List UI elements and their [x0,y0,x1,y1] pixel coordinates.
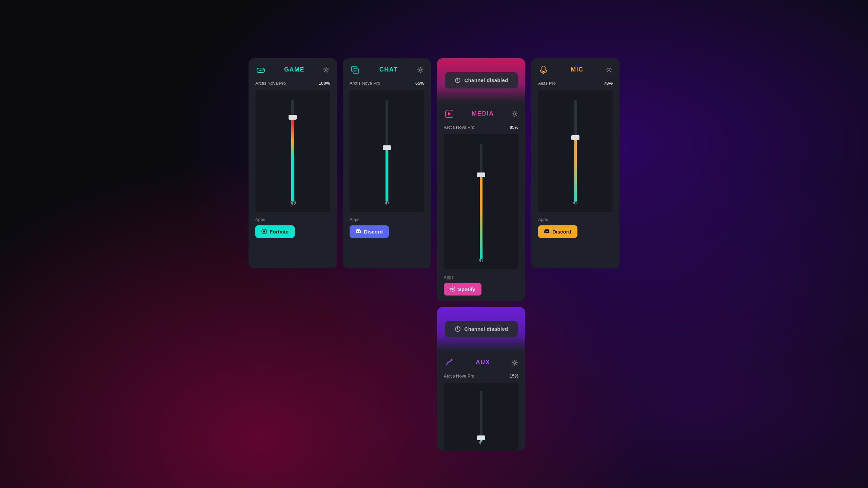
chat-device-name: Arctis Nova Pro [350,81,380,86]
chat-fader-fill [386,146,388,202]
mic-volume-icon [572,200,578,207]
media-apps-label: Apps [444,275,518,280]
aux-panel-title: AUX [476,359,490,366]
chat-discord-button-label: Discord [364,229,383,235]
game-panel-title: GAME [284,66,304,73]
chat-apps-section: Apps Discord [343,212,431,243]
spotify-button-label: Spotify [458,286,475,292]
svg-point-22 [514,362,516,364]
media-panel: Channel disabled MEDIA [437,58,525,301]
media-icon [444,108,455,119]
chat-apps-label: Apps [350,217,424,222]
game-volume-icon [290,200,296,207]
game-settings-icon[interactable] [322,66,330,74]
mic-fader-thumb[interactable] [571,135,579,140]
svg-point-25 [608,69,610,71]
panels-container: GAME Arctis Nova Pro 100% [0,0,868,488]
aux-percent: 15% [510,373,518,379]
game-percent: 100% [319,81,330,86]
mic-apps-section: Apps Discord [531,212,619,243]
mic-fader-track [574,100,577,202]
aux-device-name: Arctis Nova Pro [444,373,474,379]
mic-percent: 78% [604,81,613,86]
aux-channel-disabled-button[interactable]: Channel disabled [445,321,518,337]
media-percent: 85% [510,125,518,130]
media-device-name: Arctis Nova Pro [444,125,474,130]
aux-panel: Channel disabled AUX [437,307,525,450]
aux-channel-disabled-overlay: Channel disabled [437,307,525,351]
media-volume-icon [478,257,484,265]
svg-point-12 [419,69,421,71]
svg-rect-23 [542,66,545,72]
chat-fader-thumb[interactable] [383,145,391,150]
center-panels: Channel disabled MEDIA [437,58,525,450]
aux-device-row: Arctis Nova Pro 15% [437,373,525,383]
svg-point-17 [514,113,516,115]
mic-settings-icon[interactable] [605,66,613,74]
chat-panel: CHAT Arctis Nova Pro 65% [343,58,431,268]
media-panel-header: MEDIA [437,102,525,125]
mic-apps-label: Apps [538,217,613,222]
media-channel-disabled-overlay: Channel disabled [437,58,525,102]
svg-point-4 [263,69,264,70]
media-fader-thumb[interactable] [477,172,485,177]
mic-device-row: Alias Pro 78% [531,81,619,90]
game-apps-section: Apps Fortnite [249,212,337,243]
aux-panel-top: Channel disabled [437,307,525,351]
aux-channel-disabled-label: Channel disabled [465,326,508,332]
media-channel-disabled-label: Channel disabled [465,77,508,83]
chat-fader-area[interactable] [350,90,424,212]
chat-fader-track [386,100,388,202]
mic-panel-header: MIC [531,58,619,81]
chat-icon [350,64,360,75]
aux-panel-header: AUX [437,351,525,373]
mic-panel-title: MIC [571,66,584,73]
chat-volume-icon [384,200,390,207]
mic-panel: MIC Alias Pro 78% [531,58,619,268]
media-fader-fill [480,173,482,259]
game-panel-header: GAME [249,58,337,81]
game-icon [255,64,266,75]
media-apps-section: Apps Spotify [437,269,525,301]
game-fader-area[interactable] [255,90,330,212]
aux-icon [444,357,455,368]
aux-fader-thumb[interactable] [477,435,485,440]
game-fader-track [291,100,294,202]
media-settings-icon[interactable] [511,110,518,118]
game-fader-fill [291,115,294,202]
inner-panels: GAME Arctis Nova Pro 100% [249,58,619,450]
aux-fader-track [480,391,482,442]
fortnite-button-label: Fortnite [270,229,289,235]
game-panel: GAME Arctis Nova Pro 100% [249,58,337,268]
media-panel-top: Channel disabled [437,58,525,102]
svg-point-3 [262,70,263,71]
svg-point-21 [451,359,453,361]
game-device-name: Arctis Nova Pro [255,81,286,86]
mic-discord-button[interactable]: Discord [538,225,577,238]
chat-panel-title: CHAT [379,66,398,73]
game-fortnite-button[interactable]: Fortnite [255,225,295,238]
mic-icon [538,64,549,75]
mic-device-name: Alias Pro [538,81,556,86]
aux-settings-icon[interactable] [511,359,518,366]
media-fader-area[interactable] [444,134,518,269]
aux-fader-area[interactable] [444,383,518,450]
mic-fader-fill [574,136,577,202]
media-fader-track [480,144,482,259]
chat-device-row: Arctis Nova Pro 65% [343,81,431,90]
svg-point-5 [325,69,327,71]
svg-marker-16 [448,112,451,116]
game-fader-thumb[interactable] [289,115,297,120]
media-channel-disabled-button[interactable]: Channel disabled [445,72,518,88]
mic-fader-area[interactable] [538,90,613,212]
game-device-row: Arctis Nova Pro 100% [249,81,337,90]
chat-settings-icon[interactable] [417,66,424,74]
game-apps-label: Apps [255,217,330,222]
chat-discord-button[interactable]: Discord [350,225,389,238]
media-spotify-button[interactable]: Spotify [444,283,481,296]
mic-discord-button-label: Discord [552,229,571,235]
aux-volume-icon [478,440,484,447]
chat-panel-header: CHAT [343,58,431,81]
svg-point-7 [263,230,265,232]
media-panel-title: MEDIA [472,110,494,117]
